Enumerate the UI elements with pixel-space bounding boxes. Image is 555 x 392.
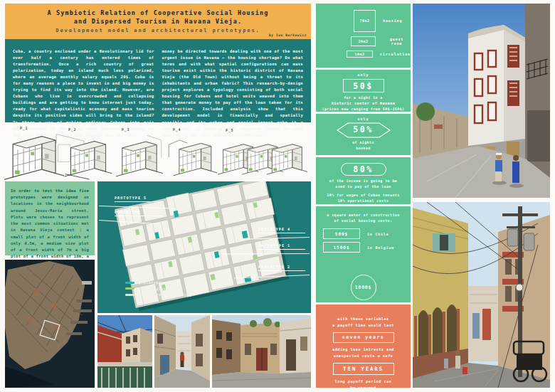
price-value-box: 50$ [343, 79, 384, 92]
sqm-label-belgium: in Belgium [367, 245, 394, 250]
legend-swatch-vacant-icon [125, 287, 134, 290]
occupancy-desc-line1: of nights [316, 139, 411, 145]
price-desc-line3: (prices now ranging from 50$-150$) [316, 106, 411, 112]
sqm-intro-line1: a square meter of construction [316, 212, 411, 218]
price-desc-line2: historic center of Havana [316, 100, 411, 106]
sqm-intro-line2: of social housing costs: [316, 218, 411, 223]
legend-item-vacant-plots: vacant plots [125, 287, 194, 291]
poster-title-line2: and Dispersed Tourism in Havana Vieja. [5, 17, 311, 26]
payoff-line6: be assumed [316, 385, 411, 391]
occupancy-hexagon: 50% [337, 122, 391, 138]
map-label-prototype-4: PROTOTYPE 4 [258, 227, 305, 233]
stat-panel-occupancy: only 50% of nights booked [316, 114, 411, 155]
sketch-prototype-3 [116, 132, 163, 179]
poster-header: A Symbiotic Relation of Cooperative Soci… [5, 4, 311, 39]
stat-panel-areas: 70m2 housing 20m2 guest room 10m2 circul… [316, 4, 411, 68]
map-label-prototype-2: PROTOTYPE 2 [258, 265, 305, 271]
payoff-ten-years-box: TEN YEARS [333, 363, 394, 375]
intro-column-2: money be directed towards dealing with o… [162, 48, 304, 113]
occupancy-desc-line2: booked [316, 145, 411, 151]
legend-item-one-storeyed: one-storeyed buildings [125, 292, 194, 297]
stat-panel-sqm-cost: a square meter of construction of social… [316, 206, 411, 302]
sqm-value-chile: 500$ [323, 228, 360, 239]
stat-panel-price-night: only 50$ for a night in a historic cente… [316, 70, 411, 112]
sqm-value-belgium: 1500$ [323, 242, 360, 253]
income-sub-line2: 10% operational costs [316, 198, 411, 203]
sketch-label-p5: P_5 [226, 128, 233, 132]
intro-text-block: Cuba, a country enclosed under a Revolut… [5, 39, 311, 122]
map-label-prototype-3: PROTOTYPE 3 [115, 210, 163, 216]
sqm-value-havana-circle: 1000$ [351, 275, 376, 300]
stat-panel-income: 80% of the income is going to be used to… [316, 157, 411, 204]
price-desc-line1: for a night in a [316, 95, 411, 100]
map-label-prototype-5: PROTOTYPE 5 [115, 196, 163, 202]
photo-narrow-street [154, 315, 210, 388]
area-box-guest-room: 20m2 [351, 36, 376, 46]
payoff-line3: adding loan intrests and [316, 346, 411, 353]
legend-label-prototypes: prototypes [139, 280, 164, 285]
payoff-line1: with these variables [316, 316, 411, 322]
area-label-guest-room: guest room [383, 37, 411, 46]
area-row-housing: 70m2 housing [316, 9, 411, 32]
sketch-label-p4: P_4 [173, 127, 181, 132]
price-only-label: only [316, 73, 411, 77]
income-desc: of the income is going to be used to pay… [316, 178, 411, 189]
legend-label-vacant: vacant plots [139, 287, 169, 291]
occupancy-value: 50% [337, 125, 391, 134]
photo-dilapidated-corner [212, 315, 311, 388]
legend-item-prototypes: prototypes [125, 280, 194, 285]
payoff-line4: unexpected costs a safe [316, 353, 411, 359]
poster-author: by Iwo Borkowicz [269, 33, 307, 37]
sketch-prototype-4 [167, 136, 217, 180]
area-row-guest-room: 20m2 guest room [316, 36, 411, 46]
sqm-label-chile: in Chile [367, 232, 388, 236]
photo-aerial-havana [5, 260, 95, 388]
photo-street-render-havana [413, 4, 550, 198]
sqm-row-chile: 500$ in Chile [316, 228, 411, 239]
intro-column-1: Cuba, a country enclosed under a Revolut… [13, 48, 154, 113]
payoff-line5: long payoff period can [316, 378, 411, 385]
poster-title-line1: A Symbiotic Relation of Cooperative Soci… [5, 9, 311, 17]
income-sub-line1: 10% for wages of Cuban tenants [316, 192, 411, 198]
area-label-circulation: circulation [380, 52, 411, 56]
income-value-pill: 80% [341, 163, 386, 176]
area-box-housing: 70m2 [354, 10, 376, 32]
poster-subtitle: Development model and architectural prot… [5, 28, 311, 33]
design-note-block: In order to test the idea five prototype… [5, 181, 95, 255]
photo-street-red-building [97, 315, 152, 388]
sketch-label-p3: P_3 [122, 127, 130, 132]
legend-swatch-prototypes-icon [125, 282, 134, 284]
photo-street-pole-pedicab [413, 202, 550, 388]
payoff-panel: with these variables a payoff time would… [316, 304, 411, 388]
axonometric-map-block: PROTOTYPE 5 PROTOTYPE 3 PROTOTYPE 4 PROT… [97, 181, 311, 313]
area-box-circulation: 10m2 [347, 51, 373, 58]
payoff-seven-years-box: seven years [333, 332, 394, 343]
area-row-circulation: 10m2 circulation [316, 51, 411, 58]
payoff-line2: a payoff time would last [316, 322, 411, 329]
sketch-prototype-5 [218, 137, 307, 179]
legend-label-one-storeyed: one-storeyed buildings [139, 292, 194, 297]
map-legend: prototypes vacant plots one-storeyed bui… [125, 280, 194, 299]
legend-swatch-one-storeyed-icon [125, 294, 134, 296]
area-label-housing: housing [383, 18, 402, 23]
sketch-prototype-2 [64, 137, 112, 178]
occupancy-only-label: only [316, 117, 411, 121]
sqm-row-belgium: 1500$ in Belgium [316, 242, 411, 253]
map-label-prototype-1: PROTOTYPE 1 [258, 243, 305, 250]
